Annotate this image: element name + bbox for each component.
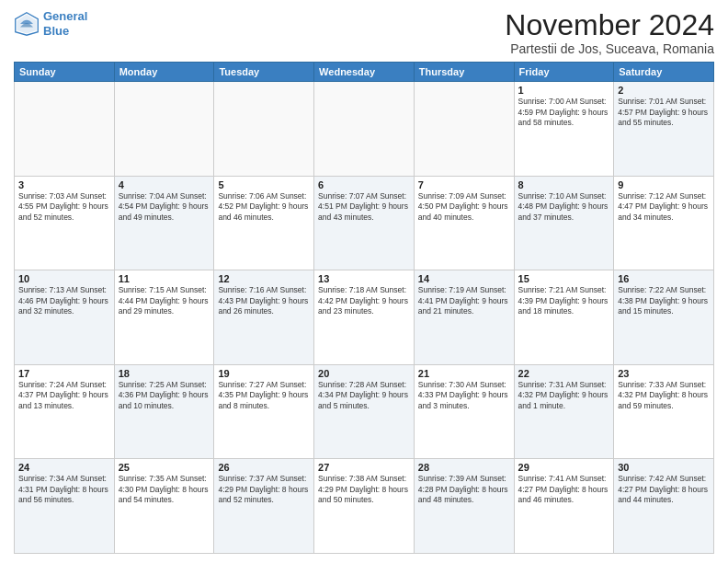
day-number: 21 — [418, 368, 510, 379]
day-info: Sunrise: 7:24 AM Sunset: 4:37 PM Dayligh… — [18, 380, 110, 411]
logo-icon — [14, 11, 40, 37]
col-header-saturday: Saturday — [614, 63, 714, 82]
title-block: November 2024 Partestii de Jos, Suceava,… — [505, 9, 714, 56]
logo-text: General Blue — [43, 9, 87, 38]
day-number: 9 — [618, 179, 710, 190]
day-cell: 24Sunrise: 7:34 AM Sunset: 4:31 PM Dayli… — [15, 459, 115, 554]
week-row-0: 1Sunrise: 7:00 AM Sunset: 4:59 PM Daylig… — [15, 82, 714, 177]
day-number: 6 — [318, 179, 410, 190]
day-cell: 12Sunrise: 7:16 AM Sunset: 4:43 PM Dayli… — [214, 270, 314, 365]
day-cell: 14Sunrise: 7:19 AM Sunset: 4:41 PM Dayli… — [414, 270, 514, 365]
day-cell: 8Sunrise: 7:10 AM Sunset: 4:48 PM Daylig… — [514, 176, 614, 270]
col-header-monday: Monday — [114, 63, 214, 82]
col-header-wednesday: Wednesday — [314, 63, 415, 82]
day-number: 22 — [518, 368, 610, 379]
subtitle: Partestii de Jos, Suceava, Romania — [505, 41, 714, 56]
day-cell: 17Sunrise: 7:24 AM Sunset: 4:37 PM Dayli… — [15, 364, 115, 459]
page: General Blue November 2024 Partestii de … — [0, 0, 728, 563]
day-info: Sunrise: 7:28 AM Sunset: 4:34 PM Dayligh… — [318, 380, 410, 411]
day-cell: 16Sunrise: 7:22 AM Sunset: 4:38 PM Dayli… — [614, 270, 714, 365]
month-title: November 2024 — [505, 9, 714, 41]
day-cell: 6Sunrise: 7:07 AM Sunset: 4:51 PM Daylig… — [314, 176, 415, 270]
day-info: Sunrise: 7:19 AM Sunset: 4:41 PM Dayligh… — [418, 285, 510, 316]
day-info: Sunrise: 7:35 AM Sunset: 4:30 PM Dayligh… — [119, 474, 210, 505]
day-info: Sunrise: 7:03 AM Sunset: 4:55 PM Dayligh… — [18, 191, 110, 223]
day-number: 29 — [518, 462, 610, 473]
day-cell: 22Sunrise: 7:31 AM Sunset: 4:32 PM Dayli… — [514, 364, 614, 459]
day-number: 15 — [518, 273, 610, 284]
col-header-thursday: Thursday — [414, 63, 514, 82]
day-info: Sunrise: 7:31 AM Sunset: 4:32 PM Dayligh… — [518, 380, 610, 411]
day-cell: 26Sunrise: 7:37 AM Sunset: 4:29 PM Dayli… — [214, 459, 314, 554]
day-number: 24 — [18, 462, 110, 473]
day-number: 13 — [318, 273, 410, 284]
day-cell: 20Sunrise: 7:28 AM Sunset: 4:34 PM Dayli… — [314, 364, 415, 459]
day-cell: 10Sunrise: 7:13 AM Sunset: 4:46 PM Dayli… — [15, 270, 115, 365]
day-cell: 25Sunrise: 7:35 AM Sunset: 4:30 PM Dayli… — [114, 459, 214, 554]
day-info: Sunrise: 7:41 AM Sunset: 4:27 PM Dayligh… — [518, 474, 610, 505]
day-info: Sunrise: 7:38 AM Sunset: 4:29 PM Dayligh… — [318, 474, 410, 505]
day-cell: 15Sunrise: 7:21 AM Sunset: 4:39 PM Dayli… — [514, 270, 614, 365]
day-info: Sunrise: 7:12 AM Sunset: 4:47 PM Dayligh… — [618, 191, 710, 223]
day-info: Sunrise: 7:01 AM Sunset: 4:57 PM Dayligh… — [618, 97, 710, 128]
day-cell — [15, 82, 115, 177]
day-info: Sunrise: 7:34 AM Sunset: 4:31 PM Dayligh… — [18, 474, 110, 505]
day-cell: 13Sunrise: 7:18 AM Sunset: 4:42 PM Dayli… — [314, 270, 415, 365]
day-info: Sunrise: 7:39 AM Sunset: 4:28 PM Dayligh… — [418, 474, 510, 505]
day-info: Sunrise: 7:18 AM Sunset: 4:42 PM Dayligh… — [318, 285, 410, 316]
day-number: 12 — [218, 273, 310, 284]
day-cell: 9Sunrise: 7:12 AM Sunset: 4:47 PM Daylig… — [614, 176, 714, 270]
day-info: Sunrise: 7:15 AM Sunset: 4:44 PM Dayligh… — [119, 285, 210, 316]
logo-line1: General — [43, 9, 87, 23]
week-row-1: 3Sunrise: 7:03 AM Sunset: 4:55 PM Daylig… — [15, 176, 714, 270]
day-number: 25 — [119, 462, 210, 473]
day-number: 20 — [318, 368, 410, 379]
day-number: 11 — [119, 273, 210, 284]
day-info: Sunrise: 7:06 AM Sunset: 4:52 PM Dayligh… — [218, 191, 310, 223]
day-cell: 1Sunrise: 7:00 AM Sunset: 4:59 PM Daylig… — [514, 82, 614, 177]
day-info: Sunrise: 7:22 AM Sunset: 4:38 PM Dayligh… — [618, 285, 710, 316]
day-info: Sunrise: 7:04 AM Sunset: 4:54 PM Dayligh… — [119, 191, 210, 223]
day-cell: 30Sunrise: 7:42 AM Sunset: 4:27 PM Dayli… — [614, 459, 714, 554]
col-header-tuesday: Tuesday — [214, 63, 314, 82]
day-cell: 21Sunrise: 7:30 AM Sunset: 4:33 PM Dayli… — [414, 364, 514, 459]
day-number: 2 — [618, 85, 710, 96]
day-number: 26 — [218, 462, 310, 473]
day-info: Sunrise: 7:09 AM Sunset: 4:50 PM Dayligh… — [418, 191, 510, 223]
day-info: Sunrise: 7:37 AM Sunset: 4:29 PM Dayligh… — [218, 474, 310, 505]
day-info: Sunrise: 7:27 AM Sunset: 4:35 PM Dayligh… — [218, 380, 310, 411]
day-cell — [114, 82, 214, 177]
day-info: Sunrise: 7:16 AM Sunset: 4:43 PM Dayligh… — [218, 285, 310, 316]
day-cell: 23Sunrise: 7:33 AM Sunset: 4:32 PM Dayli… — [614, 364, 714, 459]
day-number: 27 — [318, 462, 410, 473]
day-number: 8 — [518, 179, 610, 190]
day-info: Sunrise: 7:21 AM Sunset: 4:39 PM Dayligh… — [518, 285, 610, 316]
day-cell — [314, 82, 415, 177]
logo-line2: Blue — [43, 24, 69, 38]
day-info: Sunrise: 7:42 AM Sunset: 4:27 PM Dayligh… — [618, 474, 710, 505]
day-number: 17 — [18, 368, 110, 379]
day-info: Sunrise: 7:13 AM Sunset: 4:46 PM Dayligh… — [18, 285, 110, 316]
day-number: 30 — [618, 462, 710, 473]
day-info: Sunrise: 7:25 AM Sunset: 4:36 PM Dayligh… — [119, 380, 210, 411]
day-cell — [414, 82, 514, 177]
week-row-2: 10Sunrise: 7:13 AM Sunset: 4:46 PM Dayli… — [15, 270, 714, 365]
day-cell: 11Sunrise: 7:15 AM Sunset: 4:44 PM Dayli… — [114, 270, 214, 365]
day-number: 5 — [218, 179, 310, 190]
week-row-4: 24Sunrise: 7:34 AM Sunset: 4:31 PM Dayli… — [15, 459, 714, 554]
week-row-3: 17Sunrise: 7:24 AM Sunset: 4:37 PM Dayli… — [15, 364, 714, 459]
day-number: 14 — [418, 273, 510, 284]
day-number: 19 — [218, 368, 310, 379]
day-cell: 7Sunrise: 7:09 AM Sunset: 4:50 PM Daylig… — [414, 176, 514, 270]
day-number: 28 — [418, 462, 510, 473]
day-info: Sunrise: 7:10 AM Sunset: 4:48 PM Dayligh… — [518, 191, 610, 223]
calendar: SundayMondayTuesdayWednesdayThursdayFrid… — [14, 62, 714, 554]
day-cell: 27Sunrise: 7:38 AM Sunset: 4:29 PM Dayli… — [314, 459, 415, 554]
day-cell: 4Sunrise: 7:04 AM Sunset: 4:54 PM Daylig… — [114, 176, 214, 270]
day-cell: 28Sunrise: 7:39 AM Sunset: 4:28 PM Dayli… — [414, 459, 514, 554]
calendar-header-row: SundayMondayTuesdayWednesdayThursdayFrid… — [15, 63, 714, 82]
day-cell: 2Sunrise: 7:01 AM Sunset: 4:57 PM Daylig… — [614, 82, 714, 177]
day-number: 18 — [119, 368, 210, 379]
day-number: 4 — [119, 179, 210, 190]
logo: General Blue — [14, 9, 87, 38]
